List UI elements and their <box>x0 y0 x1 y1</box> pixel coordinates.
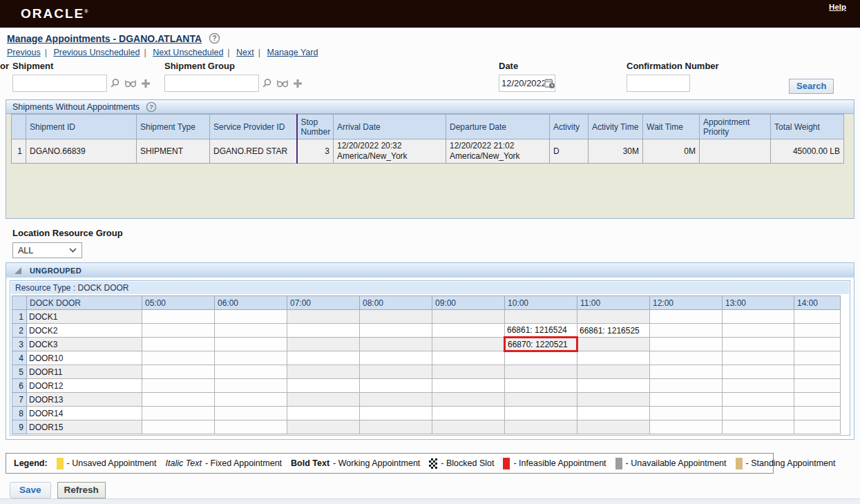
slot-cell[interactable] <box>723 365 794 379</box>
slot-cell[interactable] <box>287 393 360 407</box>
slot-cell[interactable] <box>794 407 841 420</box>
slot-cell[interactable] <box>505 379 577 393</box>
shipment-finder-icon[interactable] <box>123 78 138 88</box>
slot-cell[interactable] <box>360 365 432 379</box>
slot-cell[interactable] <box>723 379 794 393</box>
slot-cell[interactable] <box>215 365 287 379</box>
nav-previous-unscheduled[interactable]: Previous Unscheduled <box>53 48 140 57</box>
slot-cell[interactable] <box>142 393 215 407</box>
slot-cell[interactable] <box>215 407 287 420</box>
slot-cell[interactable] <box>287 338 360 351</box>
slot-cell[interactable] <box>723 407 794 420</box>
slot-cell[interactable] <box>432 379 505 393</box>
slot-cell[interactable] <box>432 324 505 338</box>
appointment-cell[interactable]: 66861: 1216525 <box>577 324 650 338</box>
slot-cell[interactable] <box>794 420 841 434</box>
slot-cell[interactable] <box>360 324 432 338</box>
slot-cell[interactable] <box>287 365 360 379</box>
slot-cell[interactable] <box>142 420 215 434</box>
slot-cell[interactable] <box>215 310 287 324</box>
slot-cell[interactable] <box>577 310 650 324</box>
slot-cell[interactable] <box>215 324 287 338</box>
slot-cell[interactable] <box>287 379 360 393</box>
ungrouped-header[interactable]: UNGROUPED <box>6 263 854 278</box>
slot-cell[interactable] <box>650 338 723 351</box>
slot-cell[interactable] <box>794 379 841 393</box>
slot-cell[interactable] <box>142 351 215 365</box>
slot-cell[interactable] <box>505 351 577 365</box>
collapse-triangle-icon[interactable] <box>14 266 22 275</box>
slot-cell[interactable] <box>215 379 287 393</box>
nav-manage-yard[interactable]: Manage Yard <box>267 48 318 57</box>
appointment-cell[interactable]: 66861: 1216524 <box>505 324 577 338</box>
slot-cell[interactable] <box>794 324 841 338</box>
slot-cell[interactable] <box>723 324 794 338</box>
slot-cell[interactable] <box>360 310 432 324</box>
help-link[interactable]: Help <box>829 3 846 11</box>
slot-cell[interactable] <box>432 393 505 407</box>
slot-cell[interactable] <box>794 310 841 324</box>
slot-cell[interactable] <box>360 379 432 393</box>
slot-cell[interactable] <box>432 420 505 434</box>
slot-cell[interactable] <box>432 310 505 324</box>
refresh-button[interactable]: Refresh <box>57 482 106 498</box>
shipment-group-input[interactable] <box>164 75 259 92</box>
slot-cell[interactable] <box>142 379 215 393</box>
slot-cell[interactable] <box>577 338 650 351</box>
slot-cell[interactable] <box>577 379 650 393</box>
date-input[interactable] <box>501 78 544 88</box>
slot-cell[interactable] <box>505 393 577 407</box>
slot-cell[interactable] <box>360 407 432 420</box>
shipment-add-icon[interactable] <box>140 78 151 89</box>
slot-cell[interactable] <box>287 351 360 365</box>
slot-cell[interactable] <box>794 338 841 351</box>
slot-cell[interactable] <box>432 351 505 365</box>
slot-cell[interactable] <box>142 365 215 379</box>
slot-cell[interactable] <box>432 338 505 351</box>
shipment-group-finder-icon[interactable] <box>275 78 290 88</box>
shipment-input[interactable] <box>12 75 107 92</box>
calendar-icon[interactable] <box>544 78 555 89</box>
slot-cell[interactable] <box>287 310 360 324</box>
slot-cell[interactable] <box>432 365 505 379</box>
slot-cell[interactable] <box>432 407 505 420</box>
save-button[interactable]: Save <box>10 482 51 498</box>
slot-cell[interactable] <box>723 420 794 434</box>
search-button[interactable]: Search <box>789 79 834 94</box>
slot-cell[interactable] <box>794 365 841 379</box>
slot-cell[interactable] <box>794 351 841 365</box>
slot-cell[interactable] <box>505 407 577 420</box>
slot-cell[interactable] <box>287 420 360 434</box>
location-resource-group-select[interactable]: ALL <box>12 242 82 258</box>
shipment-group-search-icon[interactable] <box>261 77 273 89</box>
slot-cell[interactable] <box>650 379 723 393</box>
slot-cell[interactable] <box>650 310 723 324</box>
slot-cell[interactable] <box>215 393 287 407</box>
appointment-cell[interactable]: 66870: 1220521 <box>505 338 577 351</box>
slot-cell[interactable] <box>360 338 432 351</box>
slot-cell[interactable] <box>723 393 794 407</box>
slot-cell[interactable] <box>287 407 360 420</box>
slot-cell[interactable] <box>650 324 723 338</box>
table-row[interactable]: 1 DGANO.66839 SHIPMENT DGANO.RED STAR 3 … <box>12 139 844 164</box>
slot-cell[interactable] <box>650 351 723 365</box>
slot-cell[interactable] <box>723 351 794 365</box>
slot-cell[interactable] <box>142 324 215 338</box>
slot-cell[interactable] <box>794 393 841 407</box>
slot-cell[interactable] <box>577 393 650 407</box>
nav-next-unscheduled[interactable]: Next Unscheduled <box>153 48 223 57</box>
slot-cell[interactable] <box>505 310 577 324</box>
slot-cell[interactable] <box>577 420 650 434</box>
slot-cell[interactable] <box>577 365 650 379</box>
slot-cell[interactable] <box>650 365 723 379</box>
slot-cell[interactable] <box>650 407 723 420</box>
shipment-search-icon[interactable] <box>109 77 121 89</box>
slot-cell[interactable] <box>505 420 577 434</box>
help-icon[interactable]: ? <box>209 32 220 44</box>
slot-cell[interactable] <box>360 351 432 365</box>
slot-cell[interactable] <box>577 351 650 365</box>
slot-cell[interactable] <box>287 324 360 338</box>
slot-cell[interactable] <box>360 393 432 407</box>
slot-cell[interactable] <box>577 407 650 420</box>
slot-cell[interactable] <box>142 407 215 420</box>
